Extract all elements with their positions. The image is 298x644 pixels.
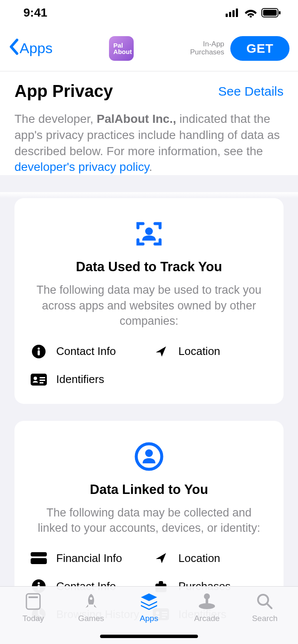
svg-rect-7 [279, 11, 281, 14]
back-label: Apps [20, 40, 53, 57]
card-title: Data Linked to You [31, 482, 267, 497]
privacy-description: The developer, PalAbout Inc., indicated … [14, 111, 284, 175]
nav-right: In-App Purchases GET [190, 36, 290, 61]
tracking-data-card: Data Used to Track You The following dat… [14, 198, 284, 403]
app-icon-text: Pal About [113, 42, 132, 55]
svg-rect-32 [26, 594, 40, 609]
location-icon [153, 550, 169, 566]
svg-rect-0 [226, 14, 228, 17]
data-item-financial: Financial Info [31, 550, 145, 566]
svg-line-39 [267, 604, 272, 608]
linked-icon [31, 441, 267, 472]
svg-point-4 [250, 16, 252, 18]
svg-point-18 [145, 449, 153, 457]
privacy-policy-link[interactable]: developer's privacy policy [14, 160, 149, 173]
tab-games[interactable]: Games [62, 592, 120, 623]
id-card-icon [31, 372, 47, 388]
svg-rect-3 [236, 9, 238, 17]
in-app-purchases-label: In-App Purchases [190, 40, 224, 56]
svg-rect-16 [40, 382, 43, 383]
page-title: App Privacy [14, 82, 113, 101]
data-item-contact-info: Contact Info [31, 343, 145, 360]
arcade-icon [197, 592, 217, 611]
svg-point-13 [34, 377, 37, 380]
get-button[interactable]: GET [230, 36, 289, 61]
svg-rect-1 [229, 12, 231, 17]
home-indicator[interactable] [100, 635, 198, 638]
privacy-cards: Data Used to Track You The following dat… [0, 198, 298, 644]
svg-rect-25 [159, 581, 163, 584]
chevron-left-icon [9, 38, 19, 59]
tab-search[interactable]: Search [236, 592, 294, 623]
svg-rect-2 [232, 10, 235, 17]
developer-name: PalAbout Inc., [97, 112, 176, 125]
rocket-icon [82, 592, 100, 611]
svg-point-37 [204, 593, 210, 599]
svg-rect-20 [31, 558, 47, 564]
tab-arcade[interactable]: Arcade [178, 592, 236, 623]
svg-rect-33 [29, 596, 38, 598]
svg-rect-19 [31, 552, 47, 556]
info-icon [31, 343, 47, 360]
card-title: Data Used to Track You [31, 259, 267, 275]
tracking-icon [31, 218, 267, 249]
svg-rect-6 [263, 10, 277, 16]
tab-today[interactable]: Today [4, 592, 62, 623]
today-icon [24, 592, 42, 611]
svg-point-8 [145, 227, 153, 235]
wifi-icon [244, 8, 257, 17]
status-time: 9:41 [23, 6, 47, 20]
svg-rect-11 [37, 350, 40, 355]
search-icon [256, 592, 274, 611]
svg-rect-15 [40, 380, 45, 381]
status-bar: 9:41 [0, 0, 298, 26]
layers-icon [139, 592, 159, 611]
see-details-link[interactable]: See Details [218, 84, 284, 99]
card-subtitle: The following data may be used to track … [31, 282, 267, 329]
back-button[interactable]: Apps [9, 38, 53, 59]
status-icons [226, 8, 281, 17]
privacy-header-section: App Privacy See Details The developer, P… [0, 71, 298, 175]
card-subtitle: The following data may be collected and … [31, 505, 267, 536]
cellular-icon [226, 9, 240, 17]
svg-rect-14 [40, 377, 45, 378]
tab-apps[interactable]: Apps [120, 592, 178, 623]
credit-card-icon [31, 550, 47, 566]
svg-point-22 [37, 582, 40, 584]
location-icon [153, 343, 169, 360]
data-item-location: Location [153, 343, 267, 360]
tab-bar: Today Games Apps Arcade Search [0, 586, 298, 644]
data-item-location: Location [153, 550, 267, 566]
svg-point-34 [90, 597, 92, 600]
data-item-identifiers: Identifiers [31, 372, 145, 388]
svg-point-10 [37, 347, 40, 349]
nav-bar: Apps Pal About In-App Purchases GET [0, 26, 298, 71]
app-icon[interactable]: Pal About [109, 36, 134, 61]
battery-icon [261, 8, 281, 17]
